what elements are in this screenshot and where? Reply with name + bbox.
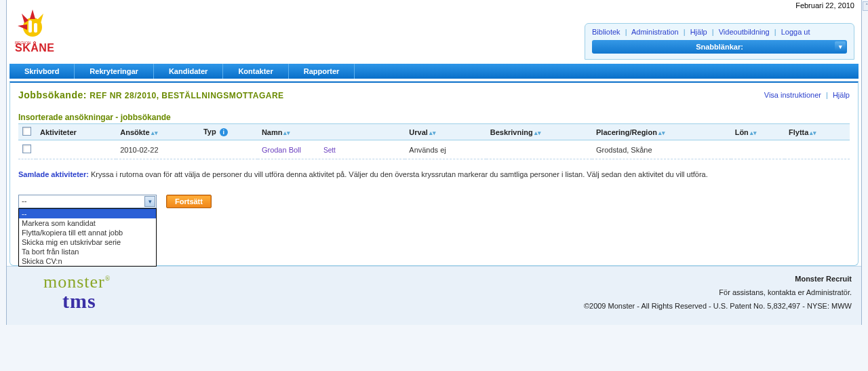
footer-assist: För assistans, kontakta er Administratör…	[584, 286, 852, 299]
col-beskrivning[interactable]: Beskrivning▴▾	[486, 124, 592, 140]
cell-urval: Används ej	[405, 140, 486, 159]
tab-kandidater[interactable]: Kandidater	[154, 64, 223, 79]
sort-icon: ▴▾	[533, 130, 541, 136]
footer-copyright: ©2009 Monster - All Rights Reserved - U.…	[584, 299, 852, 313]
svg-rect-2	[34, 23, 37, 33]
tms-logo: tms	[43, 290, 111, 313]
col-lon[interactable]: Lön▴▾	[731, 124, 785, 140]
info-icon[interactable]: i	[220, 128, 228, 136]
tab-kontakter[interactable]: Kontakter	[223, 64, 288, 79]
option-skicka-serie[interactable]: Skicka mig en utskrivbar serie	[19, 237, 156, 247]
option-flytta[interactable]: Flytta/kopiera till ett annat jobb	[19, 228, 156, 237]
col-placering[interactable]: Placering/Region▴▾	[592, 124, 731, 140]
continue-button[interactable]: Fortsätt	[166, 195, 212, 208]
tab-skrivbord[interactable]: Skrivbord	[9, 64, 75, 79]
activity-select-options: -- Markera som kandidat Flytta/kopiera t…	[18, 208, 157, 267]
col-ansokte[interactable]: Ansökte▴▾	[116, 124, 199, 140]
main-nav: Skrivbord Rekryteringar Kandidater Konta…	[9, 64, 859, 79]
activities-label: Samlade aktiviteter:	[18, 170, 89, 178]
page-title-ref: REF NR 28/2010, BESTÄLLNINGSMOTTAGARE	[90, 91, 283, 100]
activities-help-text: Samlade aktiviteter: Kryssa i rutorna ov…	[18, 169, 850, 180]
table-row: 2010-02-22 Grodan Boll Sett Används ej G…	[18, 140, 850, 159]
row-checkbox[interactable]	[22, 144, 31, 153]
link-administration[interactable]: Administration	[631, 28, 679, 36]
activities-description: Kryssa i rutorna ovan för att välja de p…	[91, 170, 708, 178]
separator: |	[823, 91, 831, 99]
activity-select[interactable]: -- ▾	[18, 195, 157, 208]
separator: |	[709, 28, 717, 36]
sort-icon: ▴▾	[808, 130, 816, 136]
link-video[interactable]: Videoutbildning	[719, 28, 770, 36]
separator: |	[772, 28, 779, 36]
section-title: Insorterade ansökningar - jobbsökande	[18, 113, 850, 122]
sort-icon: ▴▾	[150, 130, 158, 136]
scrollbar-up[interactable]: ˄	[863, 1, 868, 11]
seen-label: Sett	[323, 147, 336, 154]
cell-placering: Grodstad, Skåne	[592, 140, 731, 159]
cell-ansokte: 2010-02-22	[116, 140, 199, 159]
footer-logos: monster® tms	[16, 272, 111, 313]
tab-rekryteringar[interactable]: Rekryteringar	[75, 64, 154, 79]
link-page-help[interactable]: Hjälp	[833, 91, 850, 99]
link-logout[interactable]: Logga ut	[781, 28, 810, 36]
logo-brand-text: SKÅNE	[15, 42, 69, 54]
applicant-name-link[interactable]: Grodan Boll	[262, 146, 301, 154]
footer: monster® tms Monster Recruit För assista…	[7, 266, 861, 325]
top-utility-box: Bibliotek | Administration | Hjälp | Vid…	[585, 23, 854, 60]
applicants-table: Aktiviteter Ansökte▴▾ Typ i Namn▴▾ Urval…	[18, 123, 850, 159]
option-skicka-cv[interactable]: Skicka CV:n	[19, 256, 156, 266]
quicklinks-dropdown[interactable]: Snabblänkar: ▾	[592, 40, 847, 54]
tab-rapporter[interactable]: Rapporter	[289, 64, 355, 79]
col-namn[interactable]: Namn▴▾	[258, 124, 405, 140]
sort-icon: ▴▾	[749, 130, 757, 136]
footer-brand: Monster Recruit	[584, 272, 852, 286]
page-help-links: Visa instruktioner | Hjälp	[764, 91, 850, 99]
current-date: Februari 22, 2010	[7, 0, 861, 11]
col-urval[interactable]: Urval▴▾	[405, 124, 486, 140]
sort-icon: ▴▾	[657, 130, 665, 136]
col-flytta[interactable]: Flytta▴▾	[785, 124, 850, 140]
logo-icon	[15, 7, 50, 42]
top-links: Bibliotek | Administration | Hjälp | Vid…	[592, 28, 847, 40]
link-bibliotek[interactable]: Bibliotek	[592, 28, 620, 36]
footer-text: Monster Recruit För assistans, kontakta …	[584, 272, 852, 313]
main-content: Jobbsökande: REF NR 28/2010, BESTÄLLNING…	[9, 81, 859, 266]
link-show-instructions[interactable]: Visa instruktioner	[764, 91, 821, 99]
select-all-checkbox[interactable]	[22, 127, 31, 136]
page-title: Jobbsökande: REF NR 28/2010, BESTÄLLNING…	[18, 90, 284, 100]
col-aktiviteter[interactable]: Aktiviteter	[36, 124, 116, 140]
activity-select-value: --	[22, 197, 26, 205]
col-typ[interactable]: Typ i	[199, 124, 258, 140]
header: REGION SKÅNE Bibliotek | Administration …	[7, 11, 861, 64]
quicklinks-label: Snabblänkar:	[696, 43, 743, 51]
separator: |	[681, 28, 688, 36]
page-title-prefix: Jobbsökande:	[18, 90, 87, 100]
sort-icon: ▴▾	[282, 130, 290, 136]
sort-icon: ▴▾	[428, 130, 436, 136]
option-tabort[interactable]: Ta bort från listan	[19, 247, 156, 256]
separator: |	[623, 28, 630, 36]
svg-rect-1	[28, 20, 32, 33]
link-hjalp[interactable]: Hjälp	[690, 28, 707, 36]
option-markera[interactable]: Markera som kandidat	[19, 218, 156, 228]
option-blank[interactable]: --	[19, 209, 156, 218]
chevron-down-icon: ▾	[144, 196, 155, 207]
chevron-down-icon: ▾	[835, 41, 846, 52]
brand-logo: REGION SKÅNE	[15, 7, 69, 54]
